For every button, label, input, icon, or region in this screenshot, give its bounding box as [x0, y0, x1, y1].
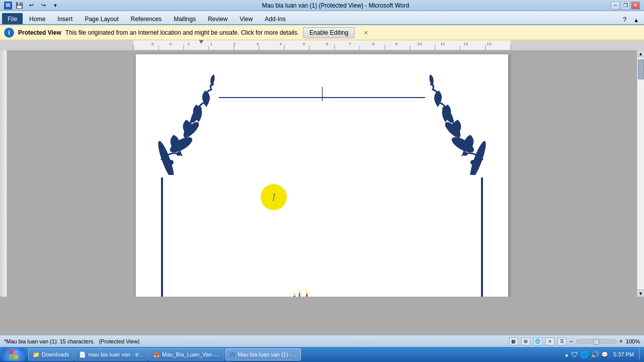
svg-rect-0 — [0, 40, 133, 50]
print-layout-btn[interactable]: ▦ — [509, 337, 518, 345]
outline-btn[interactable]: ≡ — [545, 337, 554, 345]
notification-tray-icon[interactable]: 💬 — [601, 351, 608, 358]
right-scrollbar[interactable]: ▲ ▼ — [637, 50, 644, 297]
enable-editing-button[interactable]: Enable Editing — [303, 27, 355, 38]
document-page: I — [136, 54, 508, 297]
start-button[interactable] — [2, 348, 25, 361]
network-tray-icon[interactable]: 🌐 — [580, 350, 589, 358]
taskbar-word-active[interactable]: W Mau bia luan van (1) -... — [225, 348, 301, 360]
minimize-btn[interactable]: ─ — [611, 2, 620, 10]
ribbon-collapse-btn[interactable]: ▲ — [630, 16, 642, 24]
taskbar-browser[interactable]: 🦊 Mau_Bia_Luan_Van -... — [148, 348, 224, 360]
taskbar-downloads[interactable]: 📁 Downloads — [28, 348, 73, 360]
protected-message: This file originated from an Internet lo… — [65, 29, 299, 36]
svg-point-42 — [185, 140, 189, 144]
window-controls[interactable]: ─ ❐ ✕ — [611, 2, 640, 10]
taskbar-word-doc[interactable]: 📄 mau bia luan van - tr... — [74, 348, 147, 360]
redo-qa-btn[interactable]: ↪ — [38, 1, 48, 10]
svg-marker-62 — [293, 291, 296, 296]
document-area: I — [7, 50, 637, 297]
right-page-border — [481, 177, 483, 297]
show-desktop-btn[interactable] — [639, 348, 642, 360]
tab-references[interactable]: References — [125, 13, 167, 24]
corner-ornament-left — [151, 69, 216, 175]
corner-ornament-right — [428, 69, 493, 175]
word-icon: W — [230, 351, 235, 358]
svg-line-61 — [294, 296, 298, 297]
tab-view[interactable]: View — [234, 13, 259, 24]
left-page-border — [161, 177, 163, 297]
browser-icon: 🦊 — [153, 351, 160, 358]
web-view-btn[interactable]: 🌐 — [533, 337, 542, 345]
protected-close-btn[interactable]: × — [361, 28, 371, 38]
svg-text:12: 12 — [464, 42, 468, 46]
main-area: I — [0, 50, 644, 297]
downloads-label: Downloads — [42, 351, 69, 357]
tab-addins[interactable]: Add-Ins — [259, 13, 291, 24]
svg-text:2: 2 — [233, 42, 236, 46]
taskbar: 📁 Downloads 📄 mau bia luan van - tr... 🦊… — [0, 347, 644, 362]
tray-icons: ▲ 🛡 🌐 🔊 💬 — [564, 350, 608, 358]
scroll-thumb[interactable] — [638, 59, 644, 79]
tab-page-layout[interactable]: Page Layout — [79, 13, 124, 24]
svg-point-41 — [177, 152, 181, 156]
status-bar-left: *Mau bia luan van (1): 15 characters. (P… — [4, 338, 139, 344]
tab-file[interactable]: File — [2, 13, 23, 24]
protected-label: Protected View — [18, 29, 61, 36]
protected-icon: i — [4, 28, 14, 38]
status-bar-right: ▦ ⊞ 🌐 ≡ ☰ − + 100% — [509, 337, 640, 345]
undo-qa-btn[interactable]: ↩ — [26, 1, 36, 10]
browser-label: Mau_Bia_Luan_Van -... — [162, 351, 220, 357]
svg-text:10: 10 — [418, 42, 422, 46]
protected-view-status: (Protected View) — [99, 338, 139, 344]
clock[interactable]: 5:37 PM — [611, 351, 636, 358]
svg-point-45 — [463, 152, 467, 156]
fullscreen-btn[interactable]: ⊞ — [521, 337, 530, 345]
show-hidden-icons[interactable]: ▲ — [564, 352, 569, 357]
tab-review[interactable]: Review — [202, 13, 233, 24]
zoom-out-btn[interactable]: − — [570, 338, 573, 345]
window-title: Mau bia luan van (1) (Protected View) - … — [60, 2, 611, 9]
scroll-up-btn[interactable]: ▲ — [637, 50, 645, 57]
ribbon-tabs: File Home Insert Page Layout References … — [0, 11, 644, 24]
svg-text:8: 8 — [372, 42, 375, 46]
tab-home[interactable]: Home — [24, 13, 51, 24]
svg-rect-68 — [14, 350, 18, 354]
svg-rect-2 — [511, 40, 644, 50]
svg-text:4: 4 — [280, 42, 282, 46]
system-tray: ▲ 🛡 🌐 🔊 💬 5:37 PM — [564, 348, 642, 360]
close-btn[interactable]: ✕ — [631, 2, 640, 10]
svg-text:5: 5 — [303, 42, 305, 46]
save-qa-btn[interactable]: 💾 — [14, 1, 24, 10]
ruler-svg: -3 -2 -1 1 2 3 4 5 6 7 8 9 10 11 12 13 — [0, 40, 644, 50]
svg-text:-3: -3 — [150, 42, 154, 46]
antivirus-tray-icon[interactable]: 🛡 — [571, 350, 578, 358]
zoom-level: 100% — [626, 338, 640, 344]
zoom-slider[interactable] — [576, 339, 616, 343]
ribbon: File Home Insert Page Layout References … — [0, 11, 644, 25]
restore-btn[interactable]: ❐ — [621, 2, 630, 10]
tab-mailings[interactable]: Mailings — [168, 13, 201, 24]
title-bar: W 💾 ↩ ↪ ▼ Mau bia luan van (1) (Protecte… — [0, 0, 644, 11]
svg-rect-70 — [14, 355, 18, 359]
word-active-label: Mau bia luan van (1) -... — [237, 351, 296, 357]
left-ruler — [0, 50, 7, 297]
scroll-down-btn[interactable]: ▼ — [637, 290, 645, 297]
volume-tray-icon[interactable]: 🔊 — [591, 350, 599, 358]
downloads-icon: 📁 — [33, 351, 40, 358]
document-info: *Mau bia luan van (1): 15 characters. — [4, 338, 95, 344]
svg-point-43 — [196, 124, 199, 127]
zoom-in-btn[interactable]: + — [619, 338, 623, 345]
customize-qa-btn[interactable]: ▼ — [50, 1, 60, 10]
time-display: 5:37 PM — [613, 351, 634, 358]
draft-btn[interactable]: ☰ — [557, 337, 567, 345]
ruler-inner: -3 -2 -1 1 2 3 4 5 6 7 8 9 10 11 12 13 — [0, 40, 644, 50]
windows-logo — [9, 349, 19, 359]
svg-marker-66 — [305, 289, 308, 294]
svg-rect-69 — [9, 355, 13, 359]
svg-point-40 — [169, 160, 174, 165]
svg-text:-2: -2 — [168, 42, 172, 46]
ribbon-help-btn[interactable]: ? — [620, 15, 629, 24]
tab-insert[interactable]: Insert — [52, 13, 78, 24]
status-bar: *Mau bia luan van (1): 15 characters. (P… — [0, 335, 644, 347]
